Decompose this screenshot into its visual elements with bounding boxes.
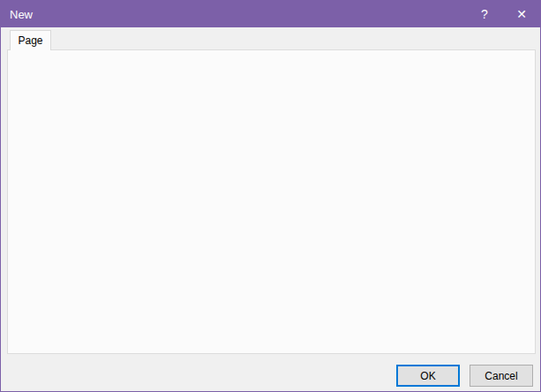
close-button[interactable]: ✕	[503, 1, 540, 27]
tab-page[interactable]: Page	[10, 30, 51, 50]
titlebar-buttons: ? ✕	[466, 1, 540, 27]
new-dialog: New ? ✕ Page General ASP.NET CSS Layouts…	[0, 0, 541, 392]
tab-page-panel	[7, 49, 536, 354]
cancel-button[interactable]: Cancel	[470, 365, 533, 387]
window-title: New	[10, 8, 33, 21]
titlebar: New ? ✕	[1, 1, 540, 27]
help-button[interactable]: ?	[466, 1, 503, 27]
ok-button[interactable]: OK	[396, 365, 460, 387]
